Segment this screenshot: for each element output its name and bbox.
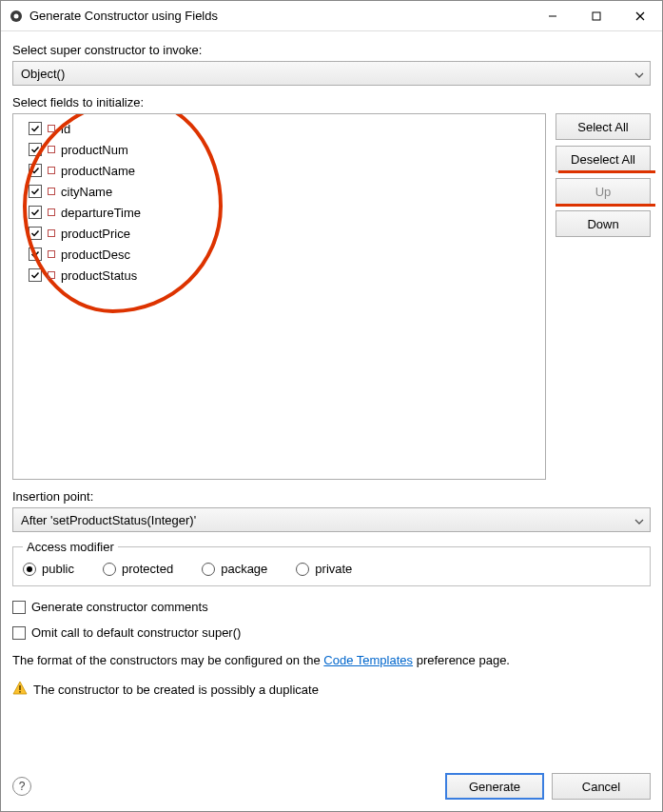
field-checkbox[interactable] bbox=[29, 164, 42, 177]
fields-list[interactable]: idproductNumproductNamecityNamedeparture… bbox=[12, 113, 546, 480]
field-checkbox[interactable] bbox=[29, 206, 42, 219]
maximize-button[interactable] bbox=[575, 1, 618, 31]
insertion-point-combo[interactable]: After 'setProductStatus(Integer)' bbox=[12, 507, 651, 532]
dialog-window: Generate Constructor using Fields Select… bbox=[0, 0, 663, 812]
checkbox-omit-super-label: Omit call to default constructor super() bbox=[31, 625, 241, 640]
svg-rect-7 bbox=[19, 685, 21, 690]
field-icon bbox=[48, 146, 55, 153]
field-icon bbox=[48, 229, 55, 237]
field-icon bbox=[48, 208, 55, 216]
title-bar: Generate Constructor using Fields bbox=[1, 1, 662, 31]
field-icon bbox=[48, 167, 55, 174]
field-item[interactable]: productDesc bbox=[19, 244, 539, 265]
radio-package[interactable] bbox=[202, 563, 215, 576]
radio-protected[interactable] bbox=[103, 563, 116, 576]
down-button[interactable]: Down bbox=[556, 210, 651, 237]
field-name: productNum bbox=[61, 143, 128, 157]
super-constructor-combo[interactable]: Object() bbox=[12, 61, 651, 86]
radio-public[interactable] bbox=[23, 563, 36, 576]
field-item[interactable]: productStatus bbox=[19, 265, 539, 286]
field-icon bbox=[48, 125, 55, 132]
field-checkbox[interactable] bbox=[29, 248, 42, 261]
cancel-button[interactable]: Cancel bbox=[552, 773, 651, 800]
radio-package-label: package bbox=[221, 562, 267, 576]
field-checkbox[interactable] bbox=[29, 143, 42, 156]
field-icon bbox=[48, 271, 55, 279]
close-button[interactable] bbox=[618, 1, 662, 31]
field-checkbox[interactable] bbox=[29, 268, 42, 282]
warning-icon bbox=[12, 681, 28, 699]
hint-text: The format of the constructors may be co… bbox=[12, 653, 651, 667]
field-name: productDesc bbox=[61, 248, 130, 262]
checkbox-omit-super[interactable] bbox=[12, 626, 26, 640]
field-checkbox[interactable] bbox=[29, 185, 42, 198]
svg-rect-8 bbox=[19, 691, 21, 693]
checkbox-generate-comments[interactable] bbox=[12, 601, 26, 614]
svg-rect-3 bbox=[593, 12, 600, 20]
insertion-point-value: After 'setProductStatus(Integer)' bbox=[21, 513, 196, 527]
side-buttons: Select All Deselect All Up Down bbox=[556, 113, 651, 480]
select-all-button[interactable]: Select All bbox=[556, 113, 651, 140]
field-name: productName bbox=[61, 164, 135, 178]
minimize-button[interactable] bbox=[531, 1, 575, 31]
dialog-content: Select super constructor to invoke: Obje… bbox=[1, 31, 662, 811]
checkbox-generate-comments-label: Generate constructor comments bbox=[31, 600, 208, 614]
deselect-all-button[interactable]: Deselect All bbox=[556, 146, 651, 172]
up-button[interactable]: Up bbox=[556, 178, 651, 205]
radio-public-label: public bbox=[42, 562, 74, 576]
warning-text: The constructor to be created is possibl… bbox=[33, 683, 319, 697]
field-name: productPrice bbox=[61, 227, 130, 241]
warning-line: The constructor to be created is possibl… bbox=[12, 681, 651, 699]
radio-protected-label: protected bbox=[122, 562, 173, 576]
field-name: productStatus bbox=[61, 268, 137, 283]
chevron-down-icon bbox=[634, 67, 644, 81]
field-item[interactable]: id bbox=[19, 118, 539, 139]
field-item[interactable]: departureTime bbox=[19, 202, 539, 223]
label-select-fields: Select fields to initialize: bbox=[12, 95, 651, 109]
field-name: departureTime bbox=[61, 206, 141, 220]
field-icon bbox=[48, 250, 55, 258]
field-item[interactable]: cityName bbox=[19, 181, 539, 202]
dialog-footer: ? Generate Cancel bbox=[12, 760, 651, 800]
radio-private[interactable] bbox=[296, 563, 309, 576]
field-item[interactable]: productNum bbox=[19, 139, 539, 160]
code-templates-link[interactable]: Code Templates bbox=[323, 653, 413, 667]
hint-pre: The format of the constructors may be co… bbox=[12, 653, 323, 667]
super-constructor-value: Object() bbox=[21, 67, 65, 81]
field-checkbox[interactable] bbox=[29, 122, 42, 135]
generate-button[interactable]: Generate bbox=[445, 773, 544, 800]
field-item[interactable]: productName bbox=[19, 160, 539, 181]
chevron-down-icon bbox=[634, 513, 644, 527]
field-name: cityName bbox=[61, 185, 112, 199]
label-insertion-point: Insertion point: bbox=[12, 489, 651, 504]
label-select-super: Select super constructor to invoke: bbox=[12, 43, 651, 57]
field-name: id bbox=[61, 122, 70, 136]
radio-private-label: private bbox=[315, 562, 352, 576]
svg-point-1 bbox=[14, 13, 19, 18]
window-title: Generate Constructor using Fields bbox=[29, 9, 218, 23]
app-icon bbox=[9, 9, 24, 24]
field-checkbox[interactable] bbox=[29, 227, 42, 240]
hint-post: preference page. bbox=[413, 653, 510, 667]
access-modifier-legend: Access modifier bbox=[23, 540, 118, 554]
field-item[interactable]: productPrice bbox=[19, 223, 539, 244]
field-icon bbox=[48, 188, 55, 195]
access-modifier-group: Access modifier public protected package… bbox=[12, 540, 651, 586]
help-button[interactable]: ? bbox=[12, 777, 31, 796]
